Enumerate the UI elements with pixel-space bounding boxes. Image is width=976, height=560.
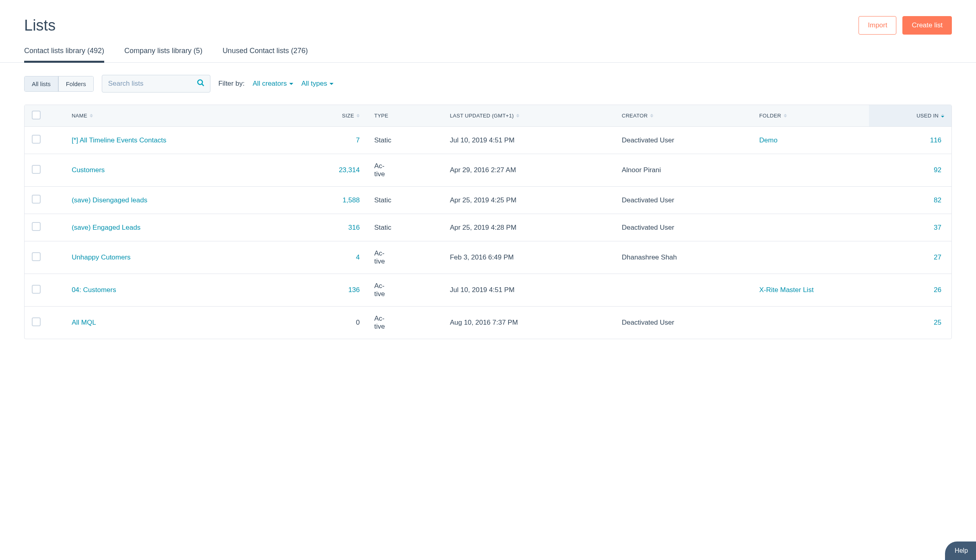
column-header-size[interactable]: SIZE: [278, 105, 367, 127]
list-name-link[interactable]: All MQL: [72, 319, 96, 326]
list-creator: Deactivated User: [614, 307, 752, 339]
table-row: (save) Engaged Leads316StaticApr 25, 201…: [25, 214, 951, 241]
list-size[interactable]: 23,314: [278, 154, 367, 187]
tab-unused-contact-lists[interactable]: Unused Contact lists (276): [222, 47, 308, 62]
list-size: 0: [278, 307, 367, 339]
list-name-link[interactable]: (save) Engaged Leads: [72, 224, 140, 231]
list-type: Ac-tive: [367, 274, 443, 307]
table-row: (save) Disengaged leads1,588StaticApr 25…: [25, 187, 951, 214]
column-header-updated-label: LAST UPDATED (GMT+1): [450, 113, 514, 119]
list-folder: X-Rite Master List: [752, 274, 869, 307]
folder-link[interactable]: Demo: [759, 136, 777, 144]
list-usedin[interactable]: 116: [869, 127, 951, 154]
toggle-all-lists[interactable]: All lists: [25, 76, 58, 91]
list-type: Ac-tive: [367, 241, 443, 274]
list-name-link[interactable]: [*] All Timeline Events Contacts: [72, 136, 166, 144]
tab-contact-lists[interactable]: Contact lists library (492): [24, 47, 104, 62]
list-folder: Demo: [752, 127, 869, 154]
folder-link[interactable]: X-Rite Master List: [759, 286, 813, 294]
list-size[interactable]: 136: [278, 274, 367, 307]
table-row: 04: Customers136Ac-tiveJul 10, 2019 4:51…: [25, 274, 951, 307]
filter-creators-dropdown[interactable]: All creators: [253, 80, 293, 88]
import-button[interactable]: Import: [859, 16, 896, 35]
list-size[interactable]: 7: [278, 127, 367, 154]
create-list-button[interactable]: Create list: [902, 16, 952, 35]
search-input[interactable]: [102, 75, 210, 93]
column-header-creator[interactable]: CREATOR: [614, 105, 752, 127]
sort-arrows-icon: [90, 114, 93, 117]
table-row: Unhappy Cutomers4Ac-tiveFeb 3, 2016 6:49…: [25, 241, 951, 274]
list-name-link[interactable]: Customers: [72, 166, 105, 174]
list-type: Static: [367, 187, 443, 214]
list-folder: [752, 154, 869, 187]
column-header-name[interactable]: NAME: [64, 105, 278, 127]
row-checkbox[interactable]: [32, 285, 41, 294]
sort-arrows-icon: [941, 114, 944, 117]
list-creator: Deactivated User: [614, 127, 752, 154]
list-folder: [752, 241, 869, 274]
row-checkbox[interactable]: [32, 252, 41, 261]
list-creator: Deactivated User: [614, 214, 752, 241]
lists-table: NAME SIZE: [25, 105, 951, 339]
filter-types-dropdown[interactable]: All types: [301, 80, 334, 88]
column-header-folder[interactable]: FOLDER: [752, 105, 869, 127]
list-creator: Deactivated User: [614, 187, 752, 214]
filter-by-label: Filter by:: [218, 80, 245, 88]
caret-down-icon: [329, 83, 334, 85]
list-updated: Aug 10, 2016 7:37 PM: [443, 307, 614, 339]
list-size[interactable]: 4: [278, 241, 367, 274]
tab-company-lists[interactable]: Company lists library (5): [124, 47, 202, 62]
caret-down-icon: [289, 83, 293, 85]
page-title: Lists: [24, 17, 56, 34]
view-toggle: All lists Folders: [24, 76, 94, 92]
list-size[interactable]: 1,588: [278, 187, 367, 214]
column-header-updated[interactable]: LAST UPDATED (GMT+1): [443, 105, 614, 127]
column-header-checkbox: [25, 105, 64, 127]
list-name-link[interactable]: 04: Customers: [72, 286, 116, 294]
column-header-usedin-label: USED IN: [916, 113, 939, 119]
sort-arrows-icon: [784, 114, 787, 117]
page-header: Lists Import Create list: [24, 16, 952, 35]
row-checkbox[interactable]: [32, 222, 41, 231]
list-type: Static: [367, 214, 443, 241]
sort-arrows-icon: [516, 114, 519, 117]
list-creator: Alnoor Pirani: [614, 154, 752, 187]
list-creator: Dhanashree Shah: [614, 241, 752, 274]
list-folder: [752, 214, 869, 241]
list-updated: Apr 29, 2016 2:27 AM: [443, 154, 614, 187]
filters-row: All lists Folders Filter by: All creator…: [24, 75, 952, 93]
row-checkbox[interactable]: [32, 317, 41, 326]
list-usedin[interactable]: 82: [869, 187, 951, 214]
list-usedin[interactable]: 25: [869, 307, 951, 339]
list-updated: Apr 25, 2019 4:28 PM: [443, 214, 614, 241]
list-type: Ac-tive: [367, 154, 443, 187]
list-usedin[interactable]: 27: [869, 241, 951, 274]
table-row: All MQL0Ac-tiveAug 10, 2016 7:37 PMDeact…: [25, 307, 951, 339]
column-header-name-label: NAME: [72, 113, 87, 119]
filter-creators-label: All creators: [253, 80, 287, 88]
row-checkbox[interactable]: [32, 195, 41, 204]
column-header-usedin[interactable]: USED IN: [869, 105, 951, 127]
list-type: Ac-tive: [367, 307, 443, 339]
column-header-creator-label: CREATOR: [622, 113, 647, 119]
table-row: [*] All Timeline Events Contacts7StaticJ…: [25, 127, 951, 154]
list-name-link[interactable]: (save) Disengaged leads: [72, 196, 147, 204]
table-row: Customers23,314Ac-tiveApr 29, 2016 2:27 …: [25, 154, 951, 187]
sort-arrows-icon: [650, 114, 653, 117]
column-header-folder-label: FOLDER: [759, 113, 781, 119]
lists-table-container: NAME SIZE: [24, 105, 952, 339]
list-folder: [752, 187, 869, 214]
list-usedin[interactable]: 26: [869, 274, 951, 307]
row-checkbox[interactable]: [32, 165, 41, 174]
list-usedin[interactable]: 92: [869, 154, 951, 187]
list-name-link[interactable]: Unhappy Cutomers: [72, 253, 130, 261]
toggle-folders[interactable]: Folders: [58, 76, 93, 91]
sort-arrows-icon: [356, 114, 360, 117]
list-updated: Feb 3, 2016 6:49 PM: [443, 241, 614, 274]
column-header-type-label: TYPE: [374, 113, 388, 119]
row-checkbox[interactable]: [32, 135, 41, 144]
list-size[interactable]: 316: [278, 214, 367, 241]
select-all-checkbox[interactable]: [32, 111, 41, 119]
list-usedin[interactable]: 37: [869, 214, 951, 241]
header-actions: Import Create list: [859, 16, 952, 35]
